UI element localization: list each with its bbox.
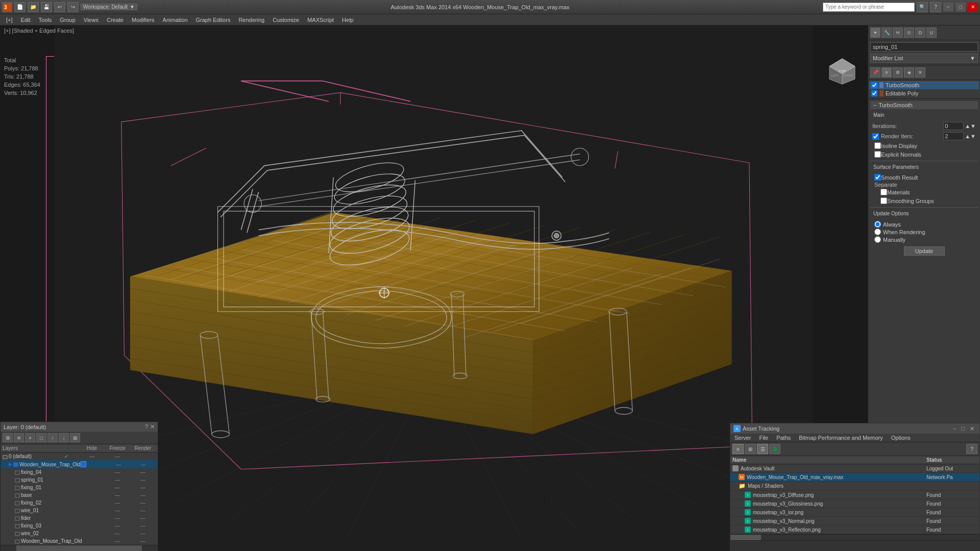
at-tb-details-btn[interactable]: ☰ <box>757 444 768 454</box>
menu-graph-editors[interactable]: Graph Editors <box>192 16 235 24</box>
when-rendering-radio[interactable] <box>874 229 881 235</box>
layers-delete-btn[interactable]: ✕ <box>14 433 24 442</box>
at-row-reflection[interactable]: I mousetrap_v3_Reflection.png Found <box>730 525 979 534</box>
modify-icon[interactable]: 🔧 <box>881 28 892 38</box>
menu-create[interactable]: Create <box>103 16 128 24</box>
at-menu-options[interactable]: Options <box>887 434 915 442</box>
viewport-cube[interactable]: TOP FRONT LEFT <box>827 56 857 87</box>
menu-plus[interactable]: [+] <box>2 16 17 24</box>
at-row-glossiness[interactable]: I mousetrap_v3_Glossiness.png Found <box>730 499 979 508</box>
at-menu-file[interactable]: File <box>755 434 772 442</box>
explicit-normals-checkbox[interactable] <box>874 151 881 158</box>
utilities-icon[interactable]: U <box>926 28 937 38</box>
search-btn[interactable]: 🔍 <box>917 2 928 12</box>
turbosmooth-checkbox[interactable] <box>871 82 877 88</box>
menu-customize[interactable]: Customize <box>268 16 303 24</box>
modifier-list-btn[interactable]: Modifier List ▼ <box>870 54 978 63</box>
smooth-result-checkbox[interactable] <box>874 174 881 181</box>
menu-modifiers[interactable]: Modifiers <box>128 16 159 24</box>
layer-item-fixing02[interactable]: fixing_02 — — <box>1 499 158 507</box>
at-row-ior[interactable]: I mousetrap_v3_ior.png Found <box>730 508 979 517</box>
at-tb-tree-btn[interactable]: 🌲 <box>769 444 780 454</box>
at-scrollbar[interactable] <box>730 534 979 540</box>
at-tb-grid-btn[interactable]: ⊞ <box>745 444 756 454</box>
layer-item-wire01[interactable]: wire_01 — — <box>1 507 158 514</box>
menu-group[interactable]: Group <box>56 16 80 24</box>
layers-move-up-btn[interactable]: ↑ <box>47 433 58 442</box>
help-btn[interactable]: ? <box>930 2 941 12</box>
create-icon[interactable]: ✦ <box>870 28 880 38</box>
at-row-diffuse[interactable]: I mousetrap_v3_Diffuse.png Found <box>730 491 979 499</box>
menu-tools[interactable]: Tools <box>35 16 56 24</box>
manually-radio[interactable] <box>874 236 881 243</box>
isoline-checkbox[interactable] <box>874 142 881 149</box>
menu-rendering[interactable]: Rendering <box>234 16 268 24</box>
layer-item-spring01[interactable]: spring_01 — — <box>1 476 158 484</box>
layer-item-mousetrap[interactable]: ▶ Wooden_Mouse_Trap_Old — — <box>1 460 158 468</box>
layer-item-fider[interactable]: fider — — <box>1 514 158 522</box>
render-iters-spinner[interactable]: ▲▼ <box>965 133 976 139</box>
materials-checkbox[interactable] <box>880 189 887 195</box>
iterations-input[interactable] <box>943 122 964 130</box>
at-menu-paths[interactable]: Paths <box>772 434 795 442</box>
turbosmooth-header[interactable]: − TurboSmooth <box>870 101 978 109</box>
menu-maxscript[interactable]: MAXScript <box>303 16 338 24</box>
layers-help-btn[interactable]: ? <box>145 423 148 430</box>
layers-move-down-btn[interactable]: ↓ <box>59 433 69 442</box>
at-menu-server[interactable]: Server <box>730 434 755 442</box>
stack-view-icon[interactable]: ≡ <box>881 67 892 78</box>
update-button[interactable]: Update <box>904 246 945 256</box>
at-row-maxfile[interactable]: M Wooden_Mouse_Trap_Old_max_vray.max Net… <box>730 473 979 482</box>
layer-item-base[interactable]: base — — <box>1 491 158 499</box>
render-iters-checkbox[interactable] <box>872 133 879 140</box>
menu-help[interactable]: Help <box>338 16 358 24</box>
hierarchy-icon[interactable]: H <box>893 28 903 38</box>
close-btn[interactable]: ✕ <box>968 3 978 12</box>
always-radio[interactable] <box>874 221 881 228</box>
smoothing-groups-checkbox[interactable] <box>880 197 887 204</box>
motion-icon[interactable]: ⊙ <box>904 28 914 38</box>
display-icon[interactable]: D <box>915 28 925 38</box>
save-btn[interactable]: 💾 <box>41 2 52 12</box>
layer-item-fixing01[interactable]: fixing_01 — — <box>1 484 158 491</box>
make-unique-icon[interactable]: ◈ <box>904 67 914 78</box>
layer-item-fixing04[interactable]: fixing_04 — — <box>1 468 158 476</box>
layer-item-default[interactable]: 0 (default) ✓ — — <box>1 453 158 460</box>
workspace-dropdown[interactable]: Workspace: Default ▼ <box>81 4 137 10</box>
minimize-btn[interactable]: − <box>943 3 953 12</box>
layer-item-mousetrap2[interactable]: Wooden_Mouse_Trap_Old — — <box>1 537 158 545</box>
menu-edit[interactable]: Edit <box>17 16 35 24</box>
redo-btn[interactable]: ↪ <box>67 2 79 12</box>
at-tb-help-btn[interactable]: ? <box>966 444 977 454</box>
menu-animation[interactable]: Animation <box>159 16 192 24</box>
at-close-btn[interactable]: ✕ <box>968 425 976 432</box>
layers-select-btn[interactable]: □ <box>36 433 46 442</box>
remove-modifier-icon[interactable]: ✕ <box>915 67 925 78</box>
at-maximize-btn[interactable]: □ <box>959 425 967 432</box>
new-btn[interactable]: 📄 <box>14 2 26 12</box>
layer-item-fixing03[interactable]: fixing_03 — — <box>1 522 158 530</box>
iterations-spinner[interactable]: ▲▼ <box>965 123 976 129</box>
pin-icon[interactable]: 📌 <box>870 67 880 78</box>
layers-settings-btn[interactable]: ⚙ <box>3 433 13 442</box>
maximize-btn[interactable]: □ <box>955 3 966 12</box>
render-iters-input[interactable] <box>943 132 964 140</box>
layers-scrollbar[interactable] <box>1 545 158 551</box>
layers-close-btn[interactable]: ✕ <box>150 423 155 430</box>
layer-item-wire02[interactable]: wire_02 — — <box>1 530 158 537</box>
editable-poly-checkbox[interactable] <box>871 90 877 96</box>
turbosmooth-stack-item[interactable]: TurboSmooth <box>869 81 979 89</box>
at-minimize-btn[interactable]: − <box>951 425 958 432</box>
layers-expand-btn[interactable]: ⊞ <box>70 433 80 442</box>
open-btn[interactable]: 📁 <box>28 2 39 12</box>
at-row-maps[interactable]: 📁 Maps / Shaders <box>730 482 979 491</box>
modifier-name-input[interactable] <box>870 42 978 52</box>
at-row-normal[interactable]: I mousetrap_v3_Normal.png Found <box>730 517 979 525</box>
menu-views[interactable]: Views <box>80 16 103 24</box>
editable-poly-stack-item[interactable]: Editable Poly <box>869 89 979 97</box>
configure-icon[interactable]: ⚙ <box>893 67 903 78</box>
layers-add-btn[interactable]: + <box>25 433 35 442</box>
at-menu-bitmap[interactable]: Bitmap Performance and Memory <box>795 434 887 442</box>
at-tb-list-btn[interactable]: ≡ <box>732 444 744 454</box>
at-row-vault[interactable]: Autodesk Vault Logged Out <box>730 464 979 473</box>
